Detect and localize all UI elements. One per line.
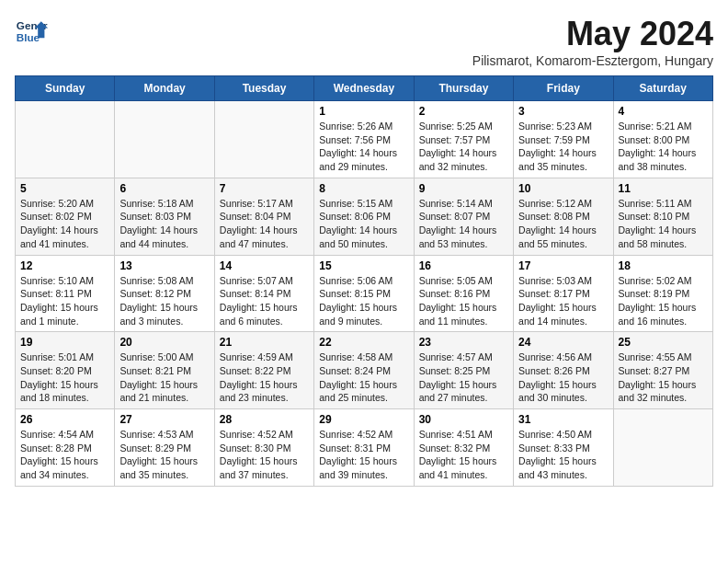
day-cell: 13Sunrise: 5:08 AM Sunset: 8:12 PM Dayli…	[115, 255, 214, 332]
day-info: Sunrise: 5:02 AM Sunset: 8:19 PM Dayligh…	[619, 274, 708, 328]
day-info: Sunrise: 5:08 AM Sunset: 8:12 PM Dayligh…	[119, 274, 209, 328]
day-number: 16	[419, 259, 508, 272]
day-cell: 15Sunrise: 5:06 AM Sunset: 8:15 PM Dayli…	[314, 255, 414, 332]
weekday-sunday: Sunday	[16, 76, 115, 101]
day-cell: 17Sunrise: 5:03 AM Sunset: 8:17 PM Dayli…	[514, 255, 613, 332]
day-info: Sunrise: 5:25 AM Sunset: 7:57 PM Dayligh…	[419, 120, 508, 174]
day-cell: 11Sunrise: 5:11 AM Sunset: 8:10 PM Dayli…	[613, 178, 712, 255]
day-cell: 19Sunrise: 5:01 AM Sunset: 8:20 PM Dayli…	[16, 332, 115, 409]
week-row-1: 1Sunrise: 5:26 AM Sunset: 7:56 PM Daylig…	[16, 101, 713, 178]
day-cell: 3Sunrise: 5:23 AM Sunset: 7:59 PM Daylig…	[514, 101, 613, 178]
day-cell: 18Sunrise: 5:02 AM Sunset: 8:19 PM Dayli…	[613, 255, 712, 332]
week-row-2: 5Sunrise: 5:20 AM Sunset: 8:02 PM Daylig…	[16, 178, 713, 255]
day-number: 9	[419, 182, 508, 195]
day-number: 30	[419, 413, 508, 426]
day-number: 14	[220, 259, 309, 272]
day-info: Sunrise: 5:00 AM Sunset: 8:21 PM Dayligh…	[119, 350, 209, 405]
day-cell: 21Sunrise: 4:59 AM Sunset: 8:22 PM Dayli…	[214, 332, 313, 409]
day-number: 12	[20, 259, 109, 272]
day-cell: 6Sunrise: 5:18 AM Sunset: 8:03 PM Daylig…	[115, 178, 214, 255]
day-info: Sunrise: 4:50 AM Sunset: 8:33 PM Dayligh…	[518, 428, 608, 482]
day-info: Sunrise: 4:52 AM Sunset: 8:30 PM Dayligh…	[220, 428, 309, 482]
month-title: May 2024	[472, 15, 713, 53]
day-number: 21	[220, 336, 309, 349]
day-cell: 28Sunrise: 4:52 AM Sunset: 8:30 PM Dayli…	[214, 409, 313, 487]
day-cell: 20Sunrise: 5:00 AM Sunset: 8:21 PM Dayli…	[115, 332, 214, 409]
day-info: Sunrise: 5:01 AM Sunset: 8:20 PM Dayligh…	[20, 350, 109, 405]
day-cell: 4Sunrise: 5:21 AM Sunset: 8:00 PM Daylig…	[613, 101, 712, 178]
day-cell: 16Sunrise: 5:05 AM Sunset: 8:16 PM Dayli…	[414, 255, 513, 332]
day-info: Sunrise: 5:11 AM Sunset: 8:10 PM Dayligh…	[619, 197, 708, 251]
weekday-wednesday: Wednesday	[314, 76, 414, 101]
day-cell: 31Sunrise: 4:50 AM Sunset: 8:33 PM Dayli…	[514, 409, 613, 487]
day-info: Sunrise: 5:10 AM Sunset: 8:11 PM Dayligh…	[20, 274, 109, 328]
day-info: Sunrise: 5:17 AM Sunset: 8:04 PM Dayligh…	[220, 197, 309, 251]
day-info: Sunrise: 5:23 AM Sunset: 7:59 PM Dayligh…	[518, 120, 608, 174]
day-number: 27	[119, 413, 209, 426]
day-info: Sunrise: 5:03 AM Sunset: 8:17 PM Dayligh…	[518, 274, 608, 328]
day-info: Sunrise: 5:21 AM Sunset: 8:00 PM Dayligh…	[619, 120, 708, 174]
day-cell: 9Sunrise: 5:14 AM Sunset: 8:07 PM Daylig…	[414, 178, 513, 255]
day-cell: 26Sunrise: 4:54 AM Sunset: 8:28 PM Dayli…	[16, 409, 115, 487]
day-number: 4	[619, 105, 708, 118]
day-cell	[214, 101, 313, 178]
day-info: Sunrise: 4:54 AM Sunset: 8:28 PM Dayligh…	[20, 428, 109, 482]
day-number: 11	[619, 182, 708, 195]
day-number: 22	[319, 336, 408, 349]
day-number: 2	[419, 105, 508, 118]
day-info: Sunrise: 5:07 AM Sunset: 8:14 PM Dayligh…	[220, 274, 309, 328]
day-cell: 8Sunrise: 5:15 AM Sunset: 8:06 PM Daylig…	[314, 178, 414, 255]
day-cell: 23Sunrise: 4:57 AM Sunset: 8:25 PM Dayli…	[414, 332, 513, 409]
day-number: 28	[220, 413, 309, 426]
day-info: Sunrise: 5:18 AM Sunset: 8:03 PM Dayligh…	[119, 197, 209, 251]
day-info: Sunrise: 4:55 AM Sunset: 8:27 PM Dayligh…	[619, 350, 708, 405]
day-info: Sunrise: 4:57 AM Sunset: 8:25 PM Dayligh…	[419, 350, 508, 405]
day-number: 10	[518, 182, 608, 195]
day-cell: 29Sunrise: 4:52 AM Sunset: 8:31 PM Dayli…	[314, 409, 414, 487]
day-number: 26	[20, 413, 109, 426]
day-number: 1	[319, 105, 408, 118]
day-number: 17	[518, 259, 608, 272]
week-row-4: 19Sunrise: 5:01 AM Sunset: 8:20 PM Dayli…	[16, 332, 713, 409]
day-info: Sunrise: 5:20 AM Sunset: 8:02 PM Dayligh…	[20, 197, 109, 251]
week-row-3: 12Sunrise: 5:10 AM Sunset: 8:11 PM Dayli…	[16, 255, 713, 332]
day-info: Sunrise: 5:12 AM Sunset: 8:08 PM Dayligh…	[518, 197, 608, 251]
day-info: Sunrise: 5:05 AM Sunset: 8:16 PM Dayligh…	[419, 274, 508, 328]
day-info: Sunrise: 4:53 AM Sunset: 8:29 PM Dayligh…	[119, 428, 209, 482]
weekday-monday: Monday	[115, 76, 214, 101]
day-cell: 14Sunrise: 5:07 AM Sunset: 8:14 PM Dayli…	[214, 255, 313, 332]
day-cell	[613, 409, 712, 487]
weekday-tuesday: Tuesday	[214, 76, 313, 101]
day-cell: 7Sunrise: 5:17 AM Sunset: 8:04 PM Daylig…	[214, 178, 313, 255]
day-number: 31	[518, 413, 608, 426]
day-cell	[16, 101, 115, 178]
day-info: Sunrise: 4:56 AM Sunset: 8:26 PM Dayligh…	[518, 350, 608, 405]
day-number: 20	[119, 336, 209, 349]
week-row-5: 26Sunrise: 4:54 AM Sunset: 8:28 PM Dayli…	[16, 409, 713, 487]
day-cell: 24Sunrise: 4:56 AM Sunset: 8:26 PM Dayli…	[514, 332, 613, 409]
title-block: May 2024 Pilismarot, Komarom-Esztergom, …	[472, 15, 713, 68]
day-number: 19	[20, 336, 109, 349]
day-info: Sunrise: 4:58 AM Sunset: 8:24 PM Dayligh…	[319, 350, 408, 405]
weekday-header-row: SundayMondayTuesdayWednesdayThursdayFrid…	[16, 76, 713, 101]
day-info: Sunrise: 4:52 AM Sunset: 8:31 PM Dayligh…	[319, 428, 408, 482]
weekday-friday: Friday	[514, 76, 613, 101]
day-number: 3	[518, 105, 608, 118]
day-number: 13	[119, 259, 209, 272]
day-info: Sunrise: 5:15 AM Sunset: 8:06 PM Dayligh…	[319, 197, 408, 251]
weekday-saturday: Saturday	[613, 76, 712, 101]
day-number: 15	[319, 259, 408, 272]
day-cell: 25Sunrise: 4:55 AM Sunset: 8:27 PM Dayli…	[613, 332, 712, 409]
day-cell: 5Sunrise: 5:20 AM Sunset: 8:02 PM Daylig…	[16, 178, 115, 255]
day-info: Sunrise: 4:59 AM Sunset: 8:22 PM Dayligh…	[220, 350, 309, 405]
day-number: 5	[20, 182, 109, 195]
day-cell: 27Sunrise: 4:53 AM Sunset: 8:29 PM Dayli…	[115, 409, 214, 487]
day-cell: 30Sunrise: 4:51 AM Sunset: 8:32 PM Dayli…	[414, 409, 513, 487]
weekday-thursday: Thursday	[414, 76, 513, 101]
day-number: 8	[319, 182, 408, 195]
day-cell: 12Sunrise: 5:10 AM Sunset: 8:11 PM Dayli…	[16, 255, 115, 332]
day-number: 7	[220, 182, 309, 195]
logo-icon: General Blue	[15, 15, 48, 48]
day-cell: 10Sunrise: 5:12 AM Sunset: 8:08 PM Dayli…	[514, 178, 613, 255]
day-number: 29	[319, 413, 408, 426]
